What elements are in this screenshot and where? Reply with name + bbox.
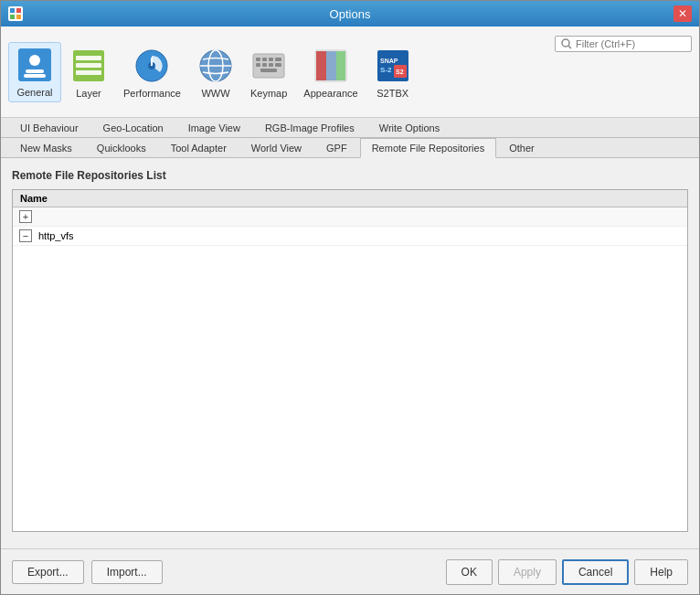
- svg-rect-31: [336, 51, 345, 80]
- toolbar-item-www-label: WWW: [201, 88, 229, 99]
- content-area: Remote File Repositories List Name + − h…: [1, 158, 699, 548]
- toolbar-item-keymap[interactable]: Keymap: [243, 44, 294, 102]
- performance-icon-container: [133, 48, 170, 84]
- svg-text:SNAP: SNAP: [380, 58, 398, 64]
- svg-rect-19: [256, 58, 260, 61]
- keymap-icon: [251, 48, 286, 83]
- add-row-icon[interactable]: +: [16, 207, 35, 226]
- list-row-add[interactable]: +: [13, 207, 687, 227]
- appearance-icon-container: [313, 48, 349, 84]
- toolbar-item-s2tbx[interactable]: SNAP S-2 S2 S2TBX: [367, 44, 419, 102]
- toolbar-items: General Layer: [8, 42, 555, 102]
- general-icon-container: [16, 47, 53, 83]
- toolbar-item-layer[interactable]: Layer: [63, 44, 114, 102]
- toolbar-item-s2tbx-label: S2TBX: [377, 88, 408, 99]
- svg-rect-1: [16, 8, 21, 13]
- title-bar: Options ✕: [1, 1, 699, 27]
- svg-rect-29: [316, 51, 326, 80]
- window-title: Options: [27, 7, 673, 21]
- svg-rect-21: [269, 58, 273, 61]
- svg-rect-27: [260, 69, 277, 72]
- svg-rect-30: [326, 51, 336, 80]
- svg-line-38: [568, 46, 571, 48]
- svg-rect-20: [262, 58, 267, 61]
- svg-rect-11: [76, 70, 101, 75]
- toolbar-item-www[interactable]: WWW: [190, 44, 241, 102]
- svg-text:S-2: S-2: [380, 66, 392, 74]
- bottom-bar: Export... Import... OK Apply Cancel Help: [1, 548, 699, 594]
- export-button[interactable]: Export...: [12, 560, 84, 584]
- minus-row-icon[interactable]: −: [16, 227, 35, 245]
- title-bar-left: [8, 6, 27, 21]
- svg-rect-25: [269, 63, 273, 67]
- section-title: Remote File Repositories List: [12, 169, 688, 182]
- app-icon: [8, 6, 23, 21]
- cancel-button[interactable]: Cancel: [562, 559, 629, 585]
- add-icon[interactable]: +: [19, 210, 32, 223]
- appearance-icon: [313, 48, 348, 83]
- svg-rect-3: [16, 15, 21, 19]
- ok-button[interactable]: OK: [446, 559, 493, 585]
- bottom-right-buttons: OK Apply Cancel Help: [446, 559, 688, 585]
- minus-icon[interactable]: −: [19, 229, 32, 242]
- s2tbx-icon: SNAP S-2 S2: [376, 48, 410, 83]
- help-button[interactable]: Help: [634, 559, 688, 585]
- svg-rect-24: [262, 63, 267, 67]
- list-row-0[interactable]: − http_vfs: [13, 227, 687, 246]
- tab-write-options[interactable]: Write Options: [367, 118, 451, 137]
- performance-icon: [134, 48, 169, 83]
- layer-icon-container: [70, 48, 107, 84]
- tab-row-2: New Masks Quicklooks Tool Adapter World …: [1, 138, 699, 158]
- bottom-left-buttons: Export... Import...: [12, 560, 163, 584]
- svg-rect-0: [10, 8, 15, 13]
- list-header: Name: [13, 190, 687, 207]
- search-icon: [561, 38, 572, 49]
- list-header-name: Name: [13, 190, 687, 207]
- list-row-add-cell: [35, 214, 687, 219]
- toolbar-item-keymap-label: Keymap: [250, 88, 287, 99]
- www-icon: [198, 48, 233, 83]
- tab-image-view[interactable]: Image View: [176, 118, 252, 137]
- toolbar-item-appearance[interactable]: Appearance: [296, 44, 365, 102]
- svg-rect-6: [26, 69, 44, 73]
- svg-rect-7: [24, 74, 46, 78]
- svg-rect-23: [256, 63, 260, 67]
- search-input[interactable]: [576, 38, 685, 49]
- toolbar-item-performance[interactable]: Performance: [116, 44, 188, 102]
- svg-rect-10: [76, 63, 101, 68]
- tab-new-masks[interactable]: New Masks: [8, 138, 84, 157]
- tab-gpf[interactable]: GPF: [314, 138, 359, 157]
- s2tbx-icon-container: SNAP S-2 S2: [375, 48, 411, 84]
- toolbar-item-appearance-label: Appearance: [303, 88, 357, 99]
- list-container[interactable]: Name + − http_vfs: [12, 189, 688, 532]
- svg-rect-22: [275, 58, 281, 61]
- svg-text:S2: S2: [396, 69, 404, 75]
- apply-button[interactable]: Apply: [498, 559, 557, 585]
- toolbar-item-general-label: General: [16, 87, 52, 98]
- tab-rgb-image-profiles[interactable]: RGB-Image Profiles: [253, 118, 366, 137]
- import-button[interactable]: Import...: [91, 560, 163, 584]
- tab-remote-file-repositories[interactable]: Remote File Repositories: [360, 138, 497, 158]
- tab-geo-location[interactable]: Geo-Location: [91, 118, 175, 137]
- tab-quicklooks[interactable]: Quicklooks: [85, 138, 158, 157]
- tab-world-view[interactable]: World View: [239, 138, 313, 157]
- close-button[interactable]: ✕: [673, 5, 692, 22]
- svg-point-5: [29, 55, 40, 66]
- search-box[interactable]: [555, 36, 692, 52]
- toolbar: General Layer: [1, 27, 699, 118]
- www-icon-container: [197, 48, 234, 84]
- tab-ui-behaviour[interactable]: UI Behaviour: [8, 118, 90, 137]
- options-window: Options ✕ General: [0, 0, 700, 595]
- svg-rect-9: [76, 56, 101, 60]
- keymap-icon-container: [250, 48, 287, 84]
- toolbar-item-performance-label: Performance: [123, 88, 181, 99]
- svg-rect-26: [275, 63, 281, 67]
- tab-tool-adapter[interactable]: Tool Adapter: [159, 138, 239, 157]
- toolbar-item-general[interactable]: General: [8, 42, 61, 102]
- list-row-name-0: http_vfs: [35, 228, 687, 244]
- general-icon: [17, 48, 52, 82]
- tab-other[interactable]: Other: [497, 138, 546, 157]
- svg-point-37: [562, 39, 569, 47]
- tab-row-1: UI Behaviour Geo-Location Image View RGB…: [1, 118, 699, 138]
- layer-icon: [71, 48, 106, 83]
